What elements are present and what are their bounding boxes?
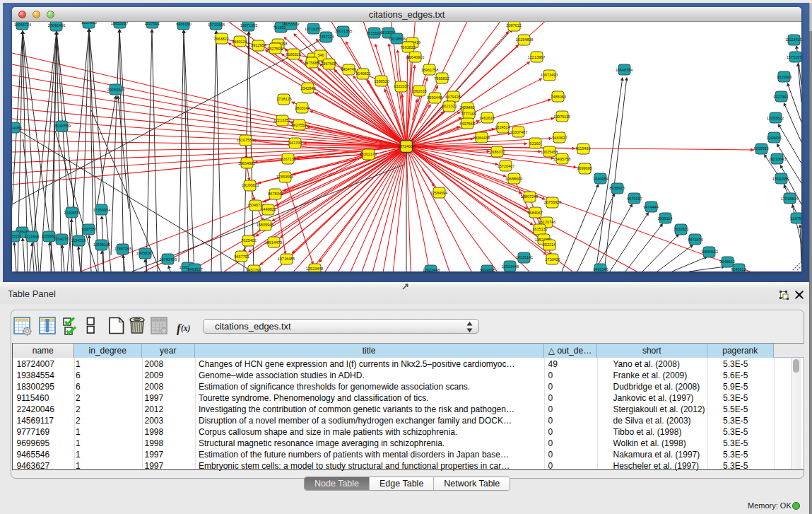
svg-text:(x): (x) bbox=[181, 324, 191, 333]
